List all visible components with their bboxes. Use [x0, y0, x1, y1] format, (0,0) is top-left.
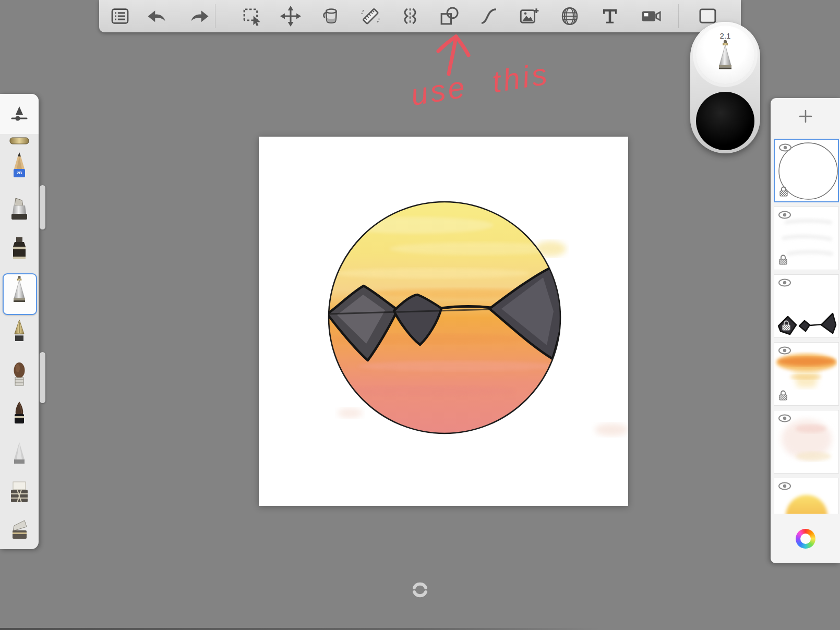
current-color-swatch[interactable]: [696, 92, 754, 150]
panel-handle[interactable]: [40, 185, 45, 229]
visibility-toggle[interactable]: [778, 143, 792, 152]
chisel-marker-icon: [8, 195, 30, 222]
visibility-toggle[interactable]: [778, 346, 791, 355]
eye-icon: [778, 278, 791, 287]
pencil-grade-badge: 2B: [15, 171, 23, 176]
eye-icon: [778, 346, 791, 355]
layer-row-white-streaks[interactable]: [774, 207, 839, 270]
eye-icon: [778, 211, 791, 219]
flat-brush-icon: [8, 518, 31, 546]
import-image-icon: [518, 5, 540, 27]
brush-item-pencil-2b[interactable]: 2B: [7, 151, 32, 180]
drawing-canvas[interactable]: [259, 137, 628, 506]
brush-item-soft-gray-brush[interactable]: [7, 439, 32, 468]
plus-icon: [797, 107, 814, 125]
transform-tool-button[interactable]: [278, 5, 303, 28]
layer-row-line-art[interactable]: [774, 139, 839, 202]
eye-icon: [778, 414, 791, 422]
panel-handle[interactable]: [40, 352, 45, 403]
lock-transparency-icon: [779, 186, 788, 197]
brush-item-flat-eraser[interactable]: [7, 478, 32, 507]
symmetry-tool-button[interactable]: [398, 5, 423, 28]
selection-icon: [241, 5, 263, 27]
redo-button[interactable]: [187, 5, 212, 28]
fountain-pen-icon: [9, 318, 30, 347]
perspective-icon: [559, 5, 581, 27]
fill-tool-button[interactable]: [318, 5, 343, 28]
layers-panel: [771, 98, 840, 563]
round-brush-icon: [9, 361, 30, 390]
layer-list: [774, 139, 840, 541]
layer-row-mountains[interactable]: [774, 274, 839, 338]
undo-button[interactable]: [144, 5, 169, 28]
eye-icon: [778, 143, 792, 152]
brush-item-chisel-marker[interactable]: [7, 194, 32, 223]
brush-item-fountain-pen[interactable]: [7, 318, 32, 347]
layer-row-pink-wash[interactable]: [774, 410, 839, 474]
stroke-tool-button[interactable]: [476, 5, 501, 28]
brush-item-technical-pen[interactable]: [7, 275, 32, 305]
visibility-toggle[interactable]: [778, 278, 791, 287]
stroke-icon: [478, 5, 500, 27]
menu-button[interactable]: [107, 5, 133, 28]
brush-settings-icon: [8, 103, 31, 126]
menu-icon: [110, 6, 130, 27]
brush-preview[interactable]: 2.1: [696, 26, 754, 84]
rotate-canvas-button[interactable]: [411, 580, 429, 599]
selection-tool-button[interactable]: [239, 5, 265, 28]
rotate-canvas-icon: [411, 580, 429, 599]
text-tool-button[interactable]: [597, 5, 622, 28]
sketch-app-window: use this 2.1: [0, 0, 840, 630]
add-layer-button[interactable]: [793, 105, 818, 128]
brush-item-pointed-brush[interactable]: [7, 400, 32, 429]
symmetry-icon: [399, 5, 421, 27]
soft-gray-brush-icon: [9, 440, 30, 468]
lock-transparency-icon: [782, 320, 791, 331]
lock-transparency-icon: [778, 254, 788, 265]
brush-puck[interactable]: 2.1: [690, 22, 760, 153]
toolbar-divider: [678, 4, 679, 28]
fill-icon: [320, 5, 342, 27]
brush-item-ink-bottle[interactable]: [7, 235, 32, 264]
brush-palette: 2B: [0, 94, 39, 549]
technical-pen-icon: [9, 274, 30, 306]
sunset-artwork: [259, 137, 628, 506]
toolbar-divider: [215, 4, 215, 28]
redo-icon: [188, 5, 211, 28]
timelapse-button[interactable]: [639, 5, 664, 28]
shapes-icon: [438, 5, 460, 27]
brush-item-round-brush[interactable]: [7, 361, 32, 390]
lock-transparency-icon: [778, 390, 788, 401]
bottom-edge-shadow: [0, 628, 600, 630]
eye-icon: [778, 482, 791, 490]
ruler-tool-button[interactable]: [358, 5, 383, 28]
ruler-icon: [359, 5, 381, 27]
top-toolbar: [99, 0, 741, 32]
pencil-2b-icon: [9, 151, 30, 180]
visibility-toggle[interactable]: [778, 482, 791, 490]
visibility-toggle[interactable]: [778, 414, 791, 422]
perspective-tool-button[interactable]: [557, 5, 582, 28]
color-wheel-button[interactable]: [796, 529, 815, 549]
brush-item-flat-brush[interactable]: [7, 517, 32, 547]
shapes-tool-button[interactable]: [437, 5, 462, 28]
text-icon: [599, 5, 621, 27]
ink-bottle-icon: [8, 235, 30, 263]
flat-eraser-icon: [8, 479, 31, 506]
pen-tip-icon: [715, 39, 736, 71]
visibility-toggle[interactable]: [778, 211, 791, 219]
pointed-brush-icon: [9, 400, 30, 429]
transform-icon: [280, 5, 302, 27]
marker-gold-icon: [8, 136, 31, 146]
timelapse-icon: [640, 5, 662, 27]
import-image-button[interactable]: [517, 5, 542, 28]
layer-row-sunset-band[interactable]: [774, 342, 839, 406]
layers-panel-footer: [771, 514, 840, 563]
undo-icon: [145, 5, 168, 28]
